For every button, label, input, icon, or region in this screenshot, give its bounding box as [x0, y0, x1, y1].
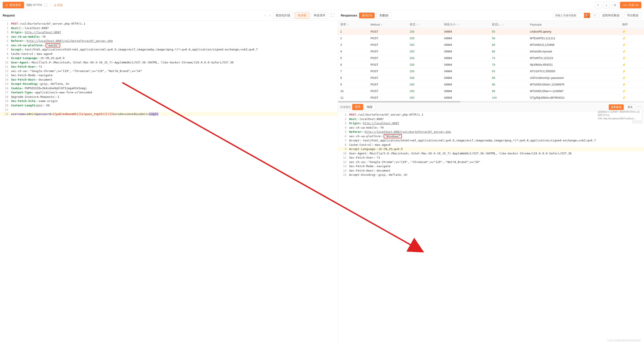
table-row[interactable]: 6POST2003498479NjU0MzIx,654321⚡	[338, 61, 644, 68]
share-icon-button[interactable]: ⇪	[595, 2, 602, 8]
code-line[interactable]: 18Upgrade-Insecure-Requests:·1	[0, 95, 338, 99]
line-number: 3	[0, 30, 11, 34]
hotload-button[interactable]: 热加载	[295, 12, 309, 19]
tab-success[interactable]: 成功[25]	[359, 12, 375, 18]
table-row[interactable]: 3POST2003498468MTIzNDU2,123456⚡	[338, 42, 644, 48]
responses-table-wrap: 请求⇅ Method⇅ 状态⇅▽ 响应大小⇅▽ 延迟(...⇅ Payloads…	[338, 21, 644, 103]
row-action-icon[interactable]: ⚡	[622, 70, 626, 73]
row-action-icon[interactable]: ⚡	[622, 89, 626, 93]
detail-pane: 快速预览 请求 响应 提取数据 美化 ⋯ 远端地址:[::1]:8087; 响应…	[338, 103, 644, 344]
extract-response-button[interactable]: 提取响应数据	[600, 12, 622, 19]
code-line[interactable]: 15Accept-Encoding:·gzip,·deflate,·br	[338, 173, 644, 177]
table-row[interactable]: 4POST2003498468bXlub29i,mynoob⚡	[338, 48, 644, 55]
code-line[interactable]: 10User-Agent:·Mozilla/5.0·(Macintosh;·In…	[0, 60, 338, 65]
code-line[interactable]: 1POST·/vul/burteforce/bf_server.php·HTTP…	[0, 21, 338, 26]
tab-fail[interactable]: 失败[0]	[376, 12, 391, 18]
next-button[interactable]: ›	[268, 13, 271, 17]
code-line[interactable]: 13Sec-Fetch-Mode:·navigate	[0, 73, 338, 77]
code-line[interactable]: 22username=admin&password={{yak(enbase64…	[0, 112, 338, 116]
construct-request-button[interactable]: 构造请求	[311, 12, 328, 19]
code-line[interactable]: 12sec-ch-ua:·"Google·Chrome";v="119",·"C…	[0, 69, 338, 73]
code-line[interactable]: 14Sec-Fetch-Dest:·document	[0, 77, 338, 82]
code-line[interactable]: 16Cookie:·PHPSESSID=3k4idne9q5l0f5jmga01…	[0, 86, 338, 90]
code-line[interactable]: 13Sec-Fetch-Mode:·navigate	[338, 164, 644, 168]
request-editor[interactable]: 1POST·/vul/burteforce/bf_server.php·HTTP…	[0, 21, 338, 344]
table-row[interactable]: 10POST2003498499MTIzNDU2Nw==,1234567⚡	[338, 88, 644, 94]
table-row[interactable]: 2POST2003498459MTExMTEx,111111⚡	[338, 35, 644, 42]
row-action-icon[interactable]: ⚡	[622, 96, 626, 99]
col-size[interactable]: 响应大小⇅▽	[442, 21, 490, 28]
col-latency[interactable]: 延迟(...⇅	[490, 21, 528, 28]
code-line[interactable]: 21	[0, 107, 338, 112]
code-line[interactable]: 10User-Agent:·Mozilla/5.0·(Macintosh;·In…	[338, 151, 644, 156]
detail-extract-button[interactable]: 提取数据	[609, 104, 624, 110]
quick-preview-label: 快速预览	[340, 105, 351, 109]
code-line[interactable]: 17Content-Type:·application/x-www-form-u…	[0, 90, 338, 95]
code-line[interactable]: 4sec-ch-ua-mobile:·?0	[0, 34, 338, 39]
row-action-icon[interactable]: ⚡	[622, 83, 626, 86]
code-line[interactable]: 15Accept-Encoding:·gzip,·deflate,·br	[0, 82, 338, 86]
responses-pane: Responses 成功[25] 失败[0] 🔍 ▽ 提取响应数据 导出数据 请…	[338, 10, 644, 344]
expand-icon[interactable]: ⛶	[330, 13, 335, 17]
search-button[interactable]: 🔍	[584, 13, 590, 18]
row-action-icon[interactable]: ⚡	[622, 76, 626, 79]
row-action-icon[interactable]: ⚡	[622, 56, 626, 60]
prev-button[interactable]: ‹	[264, 13, 266, 17]
code-line[interactable]: 2Host?:·localhost:8087	[0, 26, 338, 30]
detail-beautify-button[interactable]: 美化	[625, 104, 635, 110]
detail-more-icon[interactable]: ⋯	[636, 104, 642, 110]
line-number: 12	[0, 69, 11, 73]
code-line[interactable]: 12sec-ch-ua:·"Google·Chrome";v="119",·"C…	[338, 160, 644, 164]
code-line[interactable]: 11Sec-Fetch-User:·?1	[338, 155, 644, 160]
table-row[interactable]: 1POST2003498455cXdlcnR5,qwerty⚡	[338, 28, 644, 35]
code-line[interactable]: 9Accept-Language:·zh-CN,zh;q=0.9	[0, 56, 338, 60]
detail-tab-response[interactable]: 响应	[364, 104, 376, 110]
col-payloads[interactable]: Payloads	[528, 21, 620, 28]
col-status[interactable]: 状态⇅▽	[408, 21, 442, 28]
code-line[interactable]: 5Referer:·http://localhost:8087/vul/burt…	[0, 39, 338, 43]
table-row[interactable]: 7POST2003498483NTU1NTU1,555555⚡	[338, 68, 644, 75]
code-line[interactable]: 6sec-ch-ua-platform:·"Windows"	[338, 134, 644, 139]
row-action-icon[interactable]: ⚡	[622, 36, 626, 40]
detail-tab-request[interactable]: 请求	[352, 104, 363, 110]
code-line[interactable]: 20Content-Lengthauto:·56	[0, 103, 338, 108]
code-line[interactable]: 11Sec-Fetch-User:·?1	[0, 64, 338, 69]
table-row[interactable]: 5POST2003498474MTIzMTIz,123123⚡	[338, 55, 644, 61]
col-method[interactable]: Method⇅	[368, 21, 408, 28]
settings-icon-button[interactable]: ⚙	[612, 2, 618, 8]
code-line[interactable]: 8Cache-Control:·max-age=0	[0, 52, 338, 56]
packet-scan-button[interactable]: 数据包扫描	[273, 12, 293, 19]
code-line[interactable]: 6sec-ch-ua-platform:·"macOS"	[0, 43, 338, 47]
force-https-checkbox[interactable]	[44, 3, 48, 6]
col-request[interactable]: 请求⇅	[338, 21, 368, 28]
code-line[interactable]: 4sec-ch-ua-mobile:·?0	[338, 125, 644, 130]
code-line[interactable]: 8Cache-Control:·max-age=0	[338, 143, 644, 147]
row-action-icon[interactable]: ⚡	[622, 63, 626, 66]
code-line[interactable]: 7Accept:·text/html,application/xhtml+xml…	[338, 138, 644, 143]
send-request-button[interactable]: ✈ 发送请求	[3, 2, 24, 8]
detail-request-viewer[interactable]: 1POST·/vul/burteforce/bf_server.php·HTTP…	[338, 112, 644, 178]
export-data-button[interactable]: 导出数据	[624, 12, 641, 19]
filter-icon-button[interactable]: ▽	[592, 12, 598, 18]
code-line[interactable]: 3Origin:·http://localhost:8087	[0, 30, 338, 34]
table-row[interactable]: 9POST2003498496MTIzNDU2Nzk=,12345679⚡	[338, 81, 644, 88]
line-number: 4	[0, 34, 11, 39]
code-line[interactable]: 7Accept:·text/html,application/xhtml+xml…	[0, 47, 338, 52]
table-row[interactable]: 11POST20034984104OTg3NjU0MzIx,987654321⚡	[338, 94, 644, 101]
code-line[interactable]: 9Accept-Language:·zh-CN,zh;q=0.9	[338, 147, 644, 151]
history-link[interactable]: ◷ 历史	[54, 3, 63, 7]
code-line[interactable]: 19Sec-Fetch-Site:·same-origin	[0, 99, 338, 103]
horizontal-scrollbar[interactable]	[338, 101, 644, 102]
row-action-icon[interactable]: ⚡	[622, 50, 626, 53]
row-action-icon[interactable]: ⚡	[622, 30, 626, 33]
code-line[interactable]: 14Sec-Fetch-Dest:·document	[338, 168, 644, 173]
clock-icon: ◷	[54, 3, 56, 7]
code-line[interactable]: 5Referer:·http://localhost:8087/vul/burt…	[338, 130, 644, 134]
generate-code-button[interactable]: </> 生成 Ya	[620, 2, 641, 8]
table-row[interactable]: 8POST2003498489cGFzc3dvcmQ=,password⚡	[338, 75, 644, 81]
export-icon-button[interactable]: ⤓	[603, 2, 610, 8]
row-action-icon[interactable]: ⚡	[622, 43, 626, 46]
line-number: 1	[338, 112, 349, 117]
code-line[interactable]: 3Origin:·http://localhost:8087	[338, 121, 644, 125]
search-input[interactable]	[553, 13, 584, 18]
